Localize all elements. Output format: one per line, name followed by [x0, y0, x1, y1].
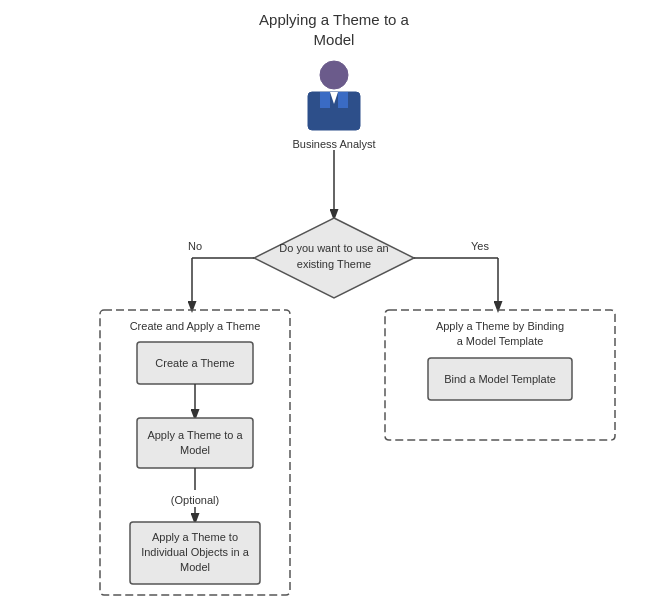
actor-label: Business Analyst	[292, 138, 375, 150]
yes-label: Yes	[471, 240, 489, 252]
step3-label-line2: Individual Objects in a	[141, 546, 249, 558]
diagram-svg: Applying a Theme to a Model Business Ana…	[0, 0, 669, 615]
diagram-title: Applying a Theme to a	[259, 11, 409, 28]
right-group-title-line2: a Model Template	[457, 335, 544, 347]
step3-label-line1: Apply a Theme to	[152, 531, 238, 543]
step2-label-line1: Apply a Theme to a	[147, 429, 243, 441]
left-group-title: Create and Apply a Theme	[130, 320, 261, 332]
step3-label-line3: Model	[180, 561, 210, 573]
right-step-label: Bind a Model Template	[444, 373, 556, 385]
actor-shirt-right	[338, 92, 348, 108]
diagram-container: Applying a Theme to a Model Business Ana…	[0, 0, 669, 615]
step2-label-line2: Model	[180, 444, 210, 456]
actor-head	[320, 61, 348, 89]
step1-label: Create a Theme	[155, 357, 234, 369]
step2-box	[137, 418, 253, 468]
right-group-title-line1: Apply a Theme by Binding	[436, 320, 564, 332]
actor-shirt-left	[320, 92, 330, 108]
decision-text-line1: Do you want to use an	[279, 242, 388, 254]
decision-text-line2: existing Theme	[297, 258, 371, 270]
optional-label: (Optional)	[171, 494, 219, 506]
diagram-title-line2: Model	[314, 31, 355, 48]
no-label: No	[188, 240, 202, 252]
